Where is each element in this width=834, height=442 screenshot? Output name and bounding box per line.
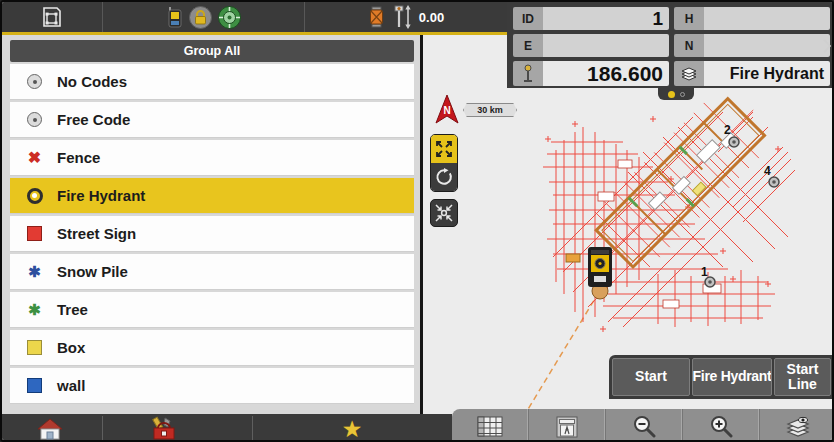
plan-view-button[interactable] xyxy=(529,409,606,442)
survey-action-strip: Start Fire Hydrant Start Line xyxy=(609,355,834,399)
field-h[interactable]: H xyxy=(674,7,830,30)
zoom-out-icon xyxy=(632,415,656,439)
group-header[interactable]: Group All xyxy=(10,40,414,62)
red-cross-icon xyxy=(26,149,43,166)
field-e-value xyxy=(543,34,669,57)
tools-button[interactable] xyxy=(150,416,178,442)
controller-icon xyxy=(167,6,183,28)
panel-expand-chevron-icon[interactable] xyxy=(823,39,831,53)
start-line-button[interactable]: Start Line xyxy=(774,358,831,396)
rotate-icon xyxy=(435,168,453,186)
layers-eye-icon xyxy=(785,415,811,439)
codes-panel: Group All No Codes Free Code Fence Fire … xyxy=(10,40,414,406)
hydrant-donut-icon xyxy=(27,188,43,204)
page-dot-active xyxy=(668,91,675,98)
antenna-height-icon xyxy=(521,64,535,84)
marker-label-2: 2 xyxy=(724,123,731,137)
green-asterisk-icon xyxy=(26,301,43,318)
code-row-wall[interactable]: wall xyxy=(10,368,414,404)
code-layers-icon xyxy=(680,66,698,82)
zoom-in-icon xyxy=(709,415,733,439)
antenna-height-value: 186.600 xyxy=(543,61,669,86)
marker-label-4: 4 xyxy=(764,164,771,178)
blue-square-icon xyxy=(27,378,42,393)
layers-button[interactable] xyxy=(760,409,834,442)
field-active-code[interactable]: Fire Hydrant xyxy=(674,61,830,86)
blue-asterisk-icon xyxy=(26,263,43,280)
map-tools-strip xyxy=(452,409,834,442)
code-quick-button[interactable]: Fire Hydrant xyxy=(692,358,772,396)
svg-text:N: N xyxy=(443,105,450,116)
panel-page-dots[interactable] xyxy=(658,88,694,100)
point-info-panel: ID 1 H E N 186.600 xyxy=(507,2,834,88)
pole-height-icon xyxy=(391,5,413,29)
map-view-buttons xyxy=(430,134,458,192)
marker-label-1: 1 xyxy=(701,265,708,279)
code-row-snow-pile[interactable]: Snow Pile xyxy=(10,254,414,290)
code-row-no-codes[interactable]: No Codes xyxy=(10,64,414,100)
point-list-button[interactable] xyxy=(452,409,529,442)
topbar-section-connection[interactable] xyxy=(102,2,304,32)
code-row-street-sign[interactable]: Street Sign xyxy=(10,216,414,252)
field-antenna-height[interactable]: 186.600 xyxy=(513,61,669,86)
rotate-view-button[interactable] xyxy=(431,163,457,191)
zoom-in-button[interactable] xyxy=(683,409,760,442)
code-row-free-code[interactable]: Free Code xyxy=(10,102,414,138)
toolbar-divider xyxy=(252,416,253,442)
plan-view-icon xyxy=(556,416,578,438)
point-code-icon xyxy=(27,112,42,127)
field-n[interactable]: N xyxy=(674,34,830,57)
start-button[interactable]: Start xyxy=(612,358,690,396)
lock-icon xyxy=(189,6,212,29)
code-row-tree[interactable]: Tree xyxy=(10,292,414,328)
gnss-target-icon xyxy=(218,6,241,29)
zoom-extents-button[interactable] xyxy=(431,135,457,163)
active-code-value: Fire Hydrant xyxy=(704,61,830,86)
antenna-height-icon-cell xyxy=(513,61,543,86)
accent-divider xyxy=(2,32,507,35)
map-scale-label: 30 km xyxy=(463,103,517,117)
field-id-value: 1 xyxy=(543,7,669,30)
app-screen: 0.00 Group All No Codes Free Code Fence … xyxy=(0,0,834,442)
topbar-section-target[interactable]: 0.00 xyxy=(304,2,507,32)
page-dot-inactive xyxy=(680,92,685,97)
north-arrow-icon: N xyxy=(435,95,459,125)
red-square-icon xyxy=(27,226,42,241)
prism-icon xyxy=(368,6,385,28)
field-h-value xyxy=(704,7,830,30)
field-n-value xyxy=(704,34,830,57)
point-code-icon xyxy=(27,74,42,89)
center-target-icon xyxy=(434,203,454,223)
toolbox-icon xyxy=(151,416,177,442)
field-id[interactable]: ID 1 xyxy=(513,7,669,30)
pole-height-value: 0.00 xyxy=(419,10,444,25)
code-row-fence[interactable]: Fence xyxy=(10,140,414,176)
favorites-button[interactable] xyxy=(338,416,366,442)
toolbar-divider xyxy=(102,416,103,442)
expand-arrows-icon xyxy=(434,139,454,159)
home-button[interactable] xyxy=(36,416,64,442)
table-icon xyxy=(477,416,503,437)
topbar-section-job[interactable] xyxy=(2,2,102,32)
yellow-square-icon xyxy=(27,340,42,355)
center-view-button[interactable] xyxy=(430,199,458,227)
zoom-out-button[interactable] xyxy=(606,409,683,442)
total-station-icon xyxy=(588,247,612,299)
bottom-toolbar xyxy=(2,414,452,442)
code-row-fire-hydrant[interactable]: Fire Hydrant xyxy=(10,178,414,214)
code-icon-cell xyxy=(674,61,704,86)
panel-map-divider xyxy=(420,32,423,414)
field-e[interactable]: E xyxy=(513,34,669,57)
home-icon xyxy=(37,417,63,441)
code-row-box[interactable]: Box xyxy=(10,330,414,366)
job-drawing-icon xyxy=(40,5,64,29)
